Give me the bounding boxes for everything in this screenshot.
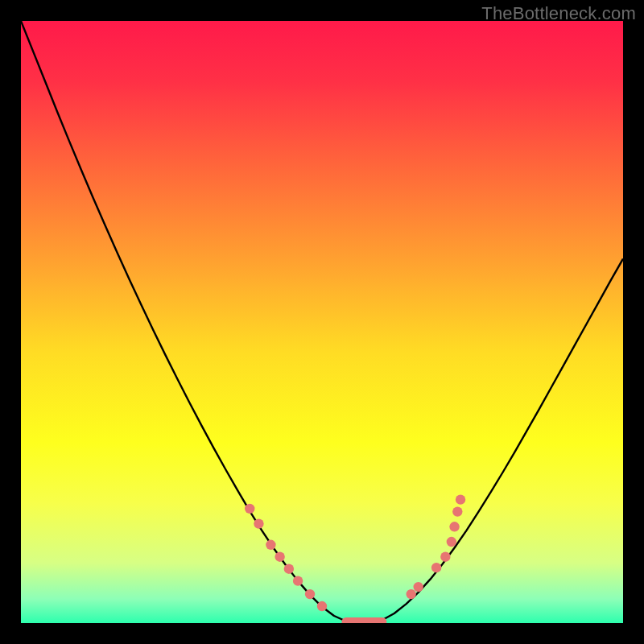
bottleneck-curve-chart [21,21,623,623]
chart-stage: TheBottleneck.com [0,0,644,644]
